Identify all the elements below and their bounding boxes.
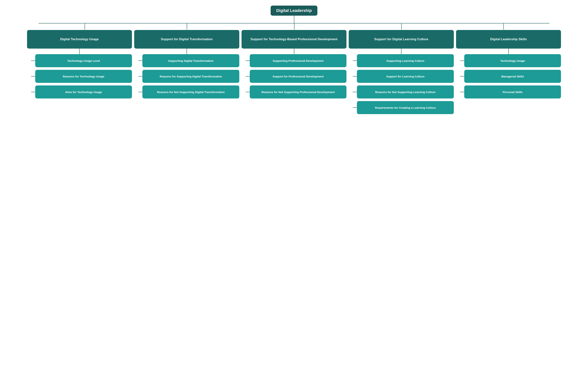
col5-hline-1	[460, 60, 464, 61]
column-5: Digital Leadership Skills Technology Usa…	[456, 30, 561, 114]
col4-child-row-4: Requirements for Creating a Learning Cul…	[353, 101, 454, 114]
node-l2-personal-skills: Personal Skills	[464, 86, 561, 98]
tick5	[503, 23, 504, 30]
col1-label: Digital Technology Usage	[60, 37, 99, 41]
col4-hline-4	[353, 107, 357, 108]
col4-child-row-2: Support for Learning Culture	[353, 70, 454, 83]
tick2	[187, 23, 187, 30]
node-l1-digital-technology-usage: Digital Technology Usage	[27, 30, 132, 49]
col1-hline-1	[31, 60, 35, 61]
col2-hline-2	[138, 76, 142, 77]
col5-child-row-2: Managerial Skills	[460, 70, 561, 83]
node-l2-support-professional-development: Support for Professional Development	[250, 70, 347, 83]
chart-container: Digital Leadership Digital Technology Us…	[4, 5, 584, 114]
col3-child-row-2: Support for Professional Development	[246, 70, 347, 83]
tick1	[85, 23, 85, 30]
col2-child-row-1: Supporting Digital Transformation	[138, 54, 239, 67]
column-1: Digital Technology Usage Technology Usag…	[27, 30, 132, 114]
node-l2-technology-usage-level: Technology Usage Level	[35, 54, 132, 67]
node-l1-support-technology-professional: Support for Technology-Based Professiona…	[241, 30, 347, 49]
column-4: Support for Digital Learning Culture Sup…	[349, 30, 454, 114]
col4-hline-2	[353, 76, 357, 77]
col5-label: Digital Leadership Skills	[490, 37, 527, 41]
col3-label: Support for Technology-Based Professiona…	[250, 37, 337, 41]
col2-child-row-2: Reasons for Supporting Digital Transform…	[138, 70, 239, 83]
node-l2-requirements-learning-culture: Requirements for Creating a Learning Cul…	[357, 101, 454, 114]
col4-hline-1	[353, 60, 357, 61]
node-l2-reasons-supporting-digital: Reasons for Supporting Digital Transform…	[142, 70, 239, 83]
col5-vline	[508, 49, 509, 54]
col2-hline-3	[138, 92, 142, 92]
col3-children: Supporting Professional Development Supp…	[241, 54, 347, 98]
node-l2-reasons-technology-usage: Reasons for Technology Usage	[35, 70, 132, 83]
col4-child-row-3: Reasons for Not Supporting Learning Cult…	[353, 86, 454, 98]
node-l2-reasons-not-supporting-learning: Reasons for Not Supporting Learning Cult…	[357, 86, 454, 98]
col1-vline	[79, 49, 80, 54]
col3-child-row-1: Supporting Professional Development	[246, 54, 347, 67]
columns-row: Digital Technology Usage Technology Usag…	[27, 30, 561, 114]
col1-hline-3	[31, 92, 35, 92]
root-node: Digital Leadership	[271, 5, 317, 16]
col3-hline-2	[246, 76, 250, 77]
root-label: Digital Leadership	[276, 8, 312, 13]
col4-label: Support for Digital Learning Culture	[374, 37, 428, 41]
col1-children: Technology Usage Level Reasons for Techn…	[27, 54, 132, 98]
node-l2-aims-technology-usage: Aims for Technology Usage	[35, 86, 132, 98]
col2-label: Support for Digital Transformation	[161, 37, 213, 41]
col1-hline-2	[31, 76, 35, 77]
root-horizontal-bar	[39, 23, 549, 23]
node-l1-support-digital-transformation: Support for Digital Transformation	[134, 30, 239, 49]
col2-hline-1	[138, 60, 142, 61]
col1-child-row-1: Technology Usage Level	[31, 54, 132, 67]
node-l2-supporting-learning-culture: Supporting Learning Culture	[357, 54, 454, 67]
col1-child-row-3: Aims for Technology Usage	[31, 86, 132, 98]
col5-child-row-3: Personal Skills	[460, 86, 561, 98]
column-2: Support for Digital Transformation Suppo…	[134, 30, 239, 114]
node-l2-reasons-not-supporting-professional: Reasons for Not Supporting Professional …	[250, 86, 347, 98]
col2-child-row-3: Reasons for Not Supporting Digital Trans…	[138, 86, 239, 98]
col3-hline-3	[246, 92, 250, 92]
col2-vline	[186, 49, 187, 54]
col3-child-row-3: Reasons for Not Supporting Professional …	[246, 86, 347, 98]
tick3	[294, 23, 294, 30]
col1-child-row-2: Reasons for Technology Usage	[31, 70, 132, 83]
node-l1-digital-leadership-skills: Digital Leadership Skills	[456, 30, 561, 49]
node-l1-support-digital-learning: Support for Digital Learning Culture	[349, 30, 454, 49]
node-l2-technology-usage: Technology Usage	[464, 54, 561, 67]
root-vertical-line	[294, 16, 294, 23]
node-l2-support-learning-culture: Support for Learning Culture	[357, 70, 454, 83]
col4-children: Supporting Learning Culture Support for …	[349, 54, 454, 114]
col5-children: Technology Usage Managerial Skills Perso…	[456, 54, 561, 98]
node-l2-managerial-skills: Managerial Skills	[464, 70, 561, 83]
col5-child-row-1: Technology Usage	[460, 54, 561, 67]
col4-hline-3	[353, 92, 357, 92]
col5-hline-3	[460, 92, 464, 92]
col2-children: Supporting Digital Transformation Reason…	[134, 54, 239, 98]
col5-hline-2	[460, 76, 464, 77]
col4-vline	[401, 49, 402, 54]
column-3: Support for Technology-Based Professiona…	[241, 30, 347, 114]
col3-vline	[294, 49, 294, 54]
node-l2-reasons-not-supporting-digital: Reasons for Not Supporting Digital Trans…	[142, 86, 239, 98]
col3-hline-1	[246, 60, 250, 61]
node-l2-supporting-professional-development: Supporting Professional Development	[250, 54, 347, 67]
tick4	[401, 23, 402, 30]
col4-child-row-1: Supporting Learning Culture	[353, 54, 454, 67]
node-l2-supporting-digital-transformation: Supporting Digital Transformation	[142, 54, 239, 67]
